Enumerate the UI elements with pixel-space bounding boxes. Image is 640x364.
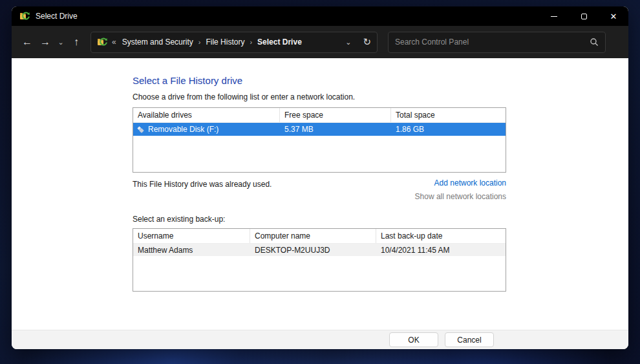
maximize-button[interactable] (569, 6, 599, 26)
column-header-computer-name[interactable]: Computer name (250, 229, 376, 243)
available-drives-table: Available drives Free space Total space (133, 107, 506, 173)
breadcrumb-item-file-history[interactable]: File History (204, 37, 246, 47)
up-button[interactable]: ↑ (67, 32, 85, 52)
drive-status-text: This File History drive was already used… (133, 178, 272, 189)
ok-button[interactable]: OK (389, 332, 438, 347)
column-header-free-space[interactable]: Free space (280, 108, 391, 122)
address-bar[interactable]: « System and Security › File History › S… (91, 32, 378, 53)
window-title: Select Drive (36, 12, 78, 21)
chevron-down-icon: ⌄ (345, 38, 351, 46)
backup-select-label: Select an existing back-up: (133, 215, 506, 224)
up-arrow-icon: ↑ (74, 36, 79, 48)
file-history-icon (97, 37, 107, 47)
titlebar[interactable]: Select Drive ✕ (12, 6, 628, 26)
network-links: Add network location Show all network lo… (415, 178, 506, 201)
refresh-button[interactable]: ↻ (363, 36, 371, 48)
existing-backup-table: Username Computer name Last back-up date… (133, 228, 506, 292)
breadcrumb-item-select-drive[interactable]: Select Drive (256, 37, 303, 47)
backup-row-matthew-adams[interactable]: Matthew Adams DESKTOP-M2UUJ3D 10/4/2021 … (133, 244, 506, 256)
minimize-icon (551, 16, 557, 17)
navigation-bar: ← → ⌄ ↑ « System and Security › File His… (12, 26, 628, 58)
cancel-button[interactable]: Cancel (445, 332, 494, 347)
search-box[interactable] (388, 32, 606, 53)
minimize-button[interactable] (539, 6, 569, 26)
close-button[interactable]: ✕ (599, 6, 628, 26)
forward-icon: → (40, 36, 50, 48)
drive-free-space: 5.37 MB (280, 125, 391, 134)
address-dropdown-button[interactable]: ⌄ (343, 38, 354, 47)
recent-locations-button[interactable]: ⌄ (54, 32, 67, 52)
drive-name: Removable Disk (F:) (148, 125, 219, 134)
column-header-last-backup-date[interactable]: Last back-up date (376, 229, 506, 243)
page-subtitle: Choose a drive from the following list o… (133, 92, 506, 102)
chevron-down-icon: ⌄ (58, 38, 63, 47)
search-icon (590, 37, 599, 47)
backup-last-date: 10/4/2021 11:45 AM (376, 246, 506, 255)
select-drive-window: Select Drive ✕ ← → ⌄ ↑ (12, 6, 628, 349)
add-network-location-link[interactable]: Add network location (434, 178, 506, 187)
drives-table-header: Available drives Free space Total space (133, 108, 506, 123)
column-header-available-drives[interactable]: Available drives (133, 108, 280, 122)
drive-total-space: 1.86 GB (391, 125, 506, 134)
backup-computer-name: DESKTOP-M2UUJ3D (250, 246, 376, 255)
backup-table-header: Username Computer name Last back-up date (133, 229, 506, 244)
breadcrumb-separator-icon[interactable]: › (246, 38, 256, 46)
breadcrumb-overflow-icon[interactable]: « (112, 37, 116, 47)
back-button[interactable]: ← (18, 32, 36, 52)
status-row: This File History drive was already used… (133, 178, 506, 201)
footer-buttons: OK Cancel (389, 332, 494, 347)
column-header-username[interactable]: Username (133, 229, 250, 243)
backup-username: Matthew Adams (133, 246, 250, 255)
file-history-app-icon (19, 11, 30, 21)
show-all-network-locations-link[interactable]: Show all network locations (415, 192, 506, 201)
breadcrumb-separator-icon[interactable]: › (195, 38, 205, 46)
search-input[interactable] (395, 37, 584, 47)
dialog-footer: OK Cancel (12, 330, 628, 349)
page-title: Select a File History drive (133, 75, 506, 86)
desktop-wallpaper: Select Drive ✕ ← → ⌄ ↑ (0, 0, 640, 364)
main-content: Select a File History drive Choose a dri… (12, 58, 628, 330)
close-icon: ✕ (610, 12, 617, 21)
breadcrumb-item-system-and-security[interactable]: System and Security (121, 37, 195, 47)
maximize-icon (581, 14, 587, 19)
column-header-total-space[interactable]: Total space (391, 108, 506, 122)
drive-row-removable-disk[interactable]: Removable Disk (F:) 5.37 MB 1.86 GB (133, 123, 506, 136)
removable-drive-icon (136, 125, 145, 134)
back-icon: ← (22, 36, 32, 48)
forward-button[interactable]: → (36, 32, 54, 52)
refresh-icon: ↻ (363, 36, 371, 47)
window-controls: ✕ (539, 6, 628, 26)
